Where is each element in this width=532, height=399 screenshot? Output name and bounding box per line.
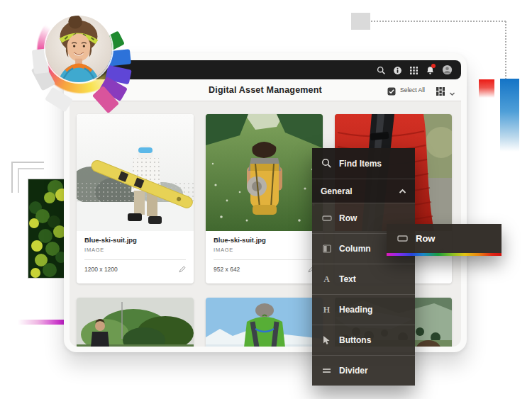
asset-thumbnail-green-hood-hiker [206,298,323,347]
divider [214,259,315,260]
asset-thumbnail-snowboarder [77,114,194,231]
menu-item-buttons[interactable]: Buttons [312,325,415,355]
asset-thumbnail-hiker-meadow [206,114,323,231]
select-all-icon[interactable] [387,86,396,94]
menu-item-find-items[interactable]: Find Items [312,148,415,179]
page: Digital Asset Management Select All [0,0,532,399]
decor-forest-photo [28,179,66,279]
decor-red-gradient-bar [479,79,494,98]
menu-item-label: Divider [339,366,368,376]
asset-filename: Blue-ski-suit.jpg [214,235,315,245]
select-all-button[interactable]: Select All [400,86,425,94]
app-switcher-icon[interactable] [409,65,419,74]
asset-type-label: IMAGE [214,247,315,253]
account-avatar[interactable] [442,64,453,75]
chevron-down-icon[interactable] [449,87,455,94]
decor-dotted-line-vertical [505,21,506,79]
row-icon [397,232,409,245]
asset-thumbnail-trees-person [77,298,194,347]
asset-filename: Blue-ski-suit.jpg [84,235,186,245]
menu-item-label: Find Items [339,159,382,169]
menu-item-label: Column [339,244,371,254]
decor-pink-gradient-bar [18,320,67,325]
asset-card[interactable] [77,298,194,347]
asset-card[interactable]: Blue-ski-suit.jpg IMAGE 1200 x 1200 [77,114,194,283]
asset-type-label: IMAGE [84,247,186,253]
divider [84,259,186,260]
chevron-up-icon [399,186,406,196]
search-icon [321,157,333,169]
divider-icon [321,365,333,377]
asset-card[interactable]: Blue-ski-suit.jpg IMAGE 952 x 642 [206,114,323,283]
menu-item-label: Buttons [339,335,371,345]
menu-item-label: Text [339,274,356,284]
menu-item-heading[interactable]: H Heading [312,294,415,325]
menu-item-label: Row [339,213,357,223]
decor-blue-gradient-bar [500,79,519,152]
text-icon: A [321,274,333,286]
menu-section-general[interactable]: General [312,179,415,203]
menu-item-divider[interactable]: Divider [312,355,415,386]
grid-view-icon[interactable] [436,86,445,94]
row-flyout[interactable]: Row [387,224,501,256]
notification-badge [431,64,436,68]
notifications-icon[interactable] [426,65,435,74]
heading-icon: H [321,304,333,316]
row-icon [321,213,333,225]
flyout-label: Row [416,233,435,244]
column-icon [321,243,333,255]
asset-dimensions: 1200 x 1200 [84,266,118,273]
edit-icon[interactable] [179,266,186,273]
decor-dotted-line-horizontal [371,21,506,22]
user-photo [45,16,112,82]
buttons-cursor-icon [321,335,333,347]
asset-dimensions: 952 x 642 [214,266,240,273]
components-menu: Find Items General Row Column A Text H [312,148,415,386]
avatar-color-wheel [30,4,126,111]
menu-section-label: General [321,186,353,196]
help-icon[interactable] [393,65,402,74]
menu-item-text[interactable]: A Text [312,264,415,294]
asset-card[interactable] [206,298,323,347]
decor-gray-square [351,13,370,30]
rainbow-accent-bar [387,253,501,256]
search-icon[interactable] [377,65,386,74]
menu-item-label: Heading [339,305,372,315]
